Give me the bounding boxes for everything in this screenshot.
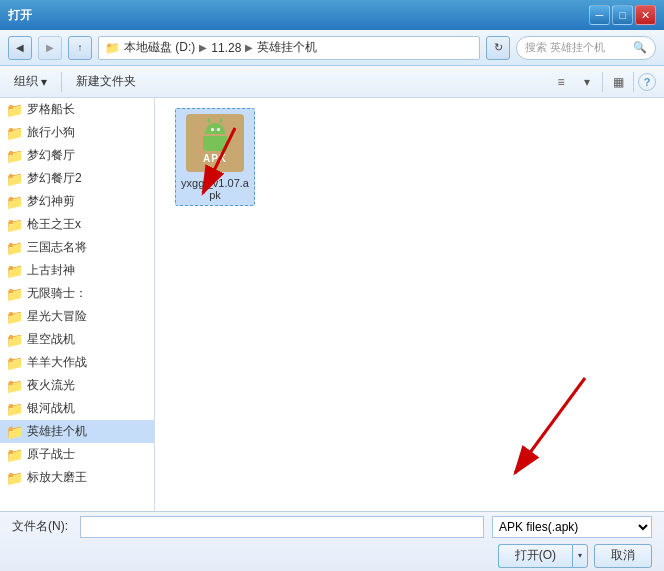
dialog-title: 打开 (8, 7, 32, 24)
new-folder-label: 新建文件夹 (76, 73, 136, 90)
toolbar-separator-3 (633, 72, 634, 92)
folder-item-label: 夜火流光 (27, 377, 75, 394)
cancel-button-label: 取消 (611, 547, 635, 564)
folder-icon: 📁 (6, 217, 23, 233)
search-box[interactable]: 搜索 英雄挂个机 🔍 (516, 36, 656, 60)
folder-item-label: 旅行小狗 (27, 124, 75, 141)
up-button[interactable]: ↑ (68, 36, 92, 60)
window-controls: ─ □ ✕ (589, 5, 656, 25)
folder-icon: 📁 (6, 309, 23, 325)
folder-icon: 📁 (6, 424, 23, 440)
apk-file-item[interactable]: APK yxggj_v1.07.apk (175, 108, 255, 206)
folder-icon: 📁 (6, 102, 23, 118)
toolbar-separator (61, 72, 62, 92)
folder-item[interactable]: 📁上古封神 (0, 259, 154, 282)
folder-item-label: 梦幻神剪 (27, 193, 75, 210)
folder-item[interactable]: 📁原子战士 (0, 443, 154, 466)
folder-item-label: 原子战士 (27, 446, 75, 463)
folder-icon: 📁 (6, 332, 23, 348)
folder-icon: 📁 (6, 286, 23, 302)
close-button[interactable]: ✕ (635, 5, 656, 25)
folder-item-label: 梦幻餐厅2 (27, 170, 82, 187)
address-bar: ◀ ▶ ↑ 📁 本地磁盘 (D:) ▶ 11.28 ▶ 英雄挂个机 ↻ 搜索 英… (0, 30, 664, 66)
search-placeholder: 搜索 英雄挂个机 (525, 40, 605, 55)
filename-input[interactable] (80, 516, 484, 538)
folder-icon: 📁 (6, 447, 23, 463)
title-bar: 打开 ─ □ ✕ (0, 0, 664, 30)
folder-item[interactable]: 📁无限骑士： (0, 282, 154, 305)
folder-item[interactable]: 📁银河战机 (0, 397, 154, 420)
folder-item[interactable]: 📁梦幻餐厅2 (0, 167, 154, 190)
open-button[interactable]: 打开(O) (498, 544, 572, 568)
android-robot (203, 123, 227, 151)
bottom-bar: 文件名(N): APK files(.apk) 打开(O) ▾ 取消 (0, 511, 664, 571)
refresh-button[interactable]: ↻ (486, 36, 510, 60)
path-part-2[interactable]: 11.28 (211, 41, 241, 55)
details-pane-button[interactable]: ▦ (607, 71, 629, 93)
back-button[interactable]: ◀ (8, 36, 32, 60)
folder-icon: 📁 (6, 378, 23, 394)
folder-item-label: 无限骑士： (27, 285, 87, 302)
search-icon: 🔍 (633, 41, 647, 54)
folder-item-label: 三国志名将 (27, 239, 87, 256)
svg-line-3 (515, 378, 585, 473)
folder-icon: 📁 (6, 355, 23, 371)
new-folder-button[interactable]: 新建文件夹 (70, 70, 142, 93)
content-area: APK yxggj_v1.07.apk (155, 98, 664, 511)
maximize-button[interactable]: □ (612, 5, 633, 25)
address-path[interactable]: 📁 本地磁盘 (D:) ▶ 11.28 ▶ 英雄挂个机 (98, 36, 480, 60)
filetype-select[interactable]: APK files(.apk) (492, 516, 652, 538)
folder-icon: 📁 (6, 125, 23, 141)
folder-icon: 📁 (6, 148, 23, 164)
toolbar: 组织 ▾ 新建文件夹 ≡ ▾ ▦ ? (0, 66, 664, 98)
folder-item[interactable]: 📁夜火流光 (0, 374, 154, 397)
forward-button[interactable]: ▶ (38, 36, 62, 60)
folder-item-label: 罗格船长 (27, 101, 75, 118)
path-chevron-1: ▶ (199, 42, 207, 53)
path-part-3[interactable]: 英雄挂个机 (257, 39, 317, 56)
folder-item-label: 英雄挂个机 (27, 423, 87, 440)
folder-icon: 📁 (6, 470, 23, 486)
folder-list: 📁罗格船长📁旅行小狗📁梦幻餐厅📁梦幻餐厅2📁梦幻神剪📁枪王之王x📁三国志名将📁上… (0, 98, 155, 511)
open-button-group: 打开(O) ▾ (498, 544, 588, 568)
folder-item[interactable]: 📁三国志名将 (0, 236, 154, 259)
path-part-1[interactable]: 本地磁盘 (D:) (124, 39, 195, 56)
help-button[interactable]: ? (638, 73, 656, 91)
path-icon: 📁 (105, 41, 120, 55)
folder-item[interactable]: 📁梦幻神剪 (0, 190, 154, 213)
folder-item-label: 羊羊大作战 (27, 354, 87, 371)
folder-item[interactable]: 📁英雄挂个机 (0, 420, 154, 443)
folder-icon: 📁 (6, 263, 23, 279)
folder-item[interactable]: 📁梦幻餐厅 (0, 144, 154, 167)
folder-item[interactable]: 📁旅行小狗 (0, 121, 154, 144)
minimize-button[interactable]: ─ (589, 5, 610, 25)
path-chevron-2: ▶ (245, 42, 253, 53)
cancel-button[interactable]: 取消 (594, 544, 652, 568)
button-row: 打开(O) ▾ 取消 (12, 544, 652, 568)
folder-item[interactable]: 📁罗格船长 (0, 98, 154, 121)
folder-icon: 📁 (6, 401, 23, 417)
organize-label: 组织 (14, 73, 38, 90)
folder-icon: 📁 (6, 171, 23, 187)
folder-item[interactable]: 📁羊羊大作战 (0, 351, 154, 374)
folder-item[interactable]: 📁星光大冒险 (0, 305, 154, 328)
file-name-label: yxggj_v1.07.apk (180, 177, 250, 201)
view-menu-button[interactable]: ▾ (576, 71, 598, 93)
open-button-label: 打开(O) (515, 547, 556, 564)
apk-icon: APK (185, 113, 245, 173)
folder-item-label: 星空战机 (27, 331, 75, 348)
toolbar-right: ≡ ▾ ▦ ? (550, 71, 656, 93)
folder-item-label: 标放大磨王 (27, 469, 87, 486)
folder-item-label: 星光大冒险 (27, 308, 87, 325)
folder-item-label: 银河战机 (27, 400, 75, 417)
folder-item-label: 梦幻餐厅 (27, 147, 75, 164)
open-dropdown-button[interactable]: ▾ (572, 544, 588, 568)
view-list-button[interactable]: ≡ (550, 71, 572, 93)
folder-item-label: 枪王之王x (27, 216, 81, 233)
folder-item[interactable]: 📁星空战机 (0, 328, 154, 351)
folder-item[interactable]: 📁枪王之王x (0, 213, 154, 236)
organize-button[interactable]: 组织 ▾ (8, 70, 53, 93)
folder-icon: 📁 (6, 194, 23, 210)
filename-row: 文件名(N): APK files(.apk) (12, 516, 652, 538)
folder-item[interactable]: 📁标放大磨王 (0, 466, 154, 489)
